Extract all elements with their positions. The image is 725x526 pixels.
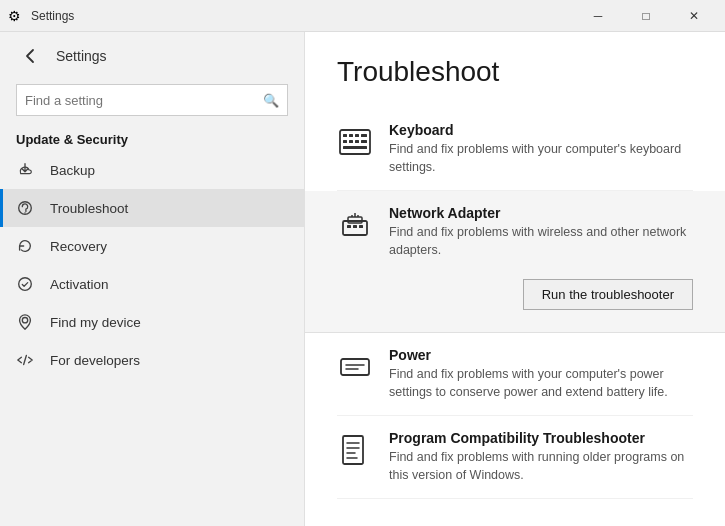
sidebar-item-recovery[interactable]: Recovery xyxy=(0,227,304,265)
keyboard-content: Keyboard Find and fix problems with your… xyxy=(389,122,693,176)
network-adapter-item: Network Adapter Find and fix problems wi… xyxy=(337,205,693,259)
backup-icon xyxy=(16,161,36,179)
title-bar-title: Settings xyxy=(31,9,74,23)
power-icon xyxy=(337,349,373,385)
sidebar-item-troubleshoot-label: Troubleshoot xyxy=(50,201,128,216)
recovery-icon xyxy=(16,237,36,255)
svg-rect-8 xyxy=(361,134,367,137)
title-bar: ⚙ Settings ─ □ ✕ xyxy=(0,0,725,32)
svg-rect-13 xyxy=(343,146,367,149)
keyboard-item: Keyboard Find and fix problems with your… xyxy=(337,108,693,191)
app-container: Settings 🔍 Update & Security Backup xyxy=(0,32,725,526)
svg-rect-7 xyxy=(355,134,359,137)
svg-rect-15 xyxy=(348,217,362,223)
svg-point-3 xyxy=(22,318,27,323)
sidebar-app-title: Settings xyxy=(56,48,107,64)
search-box[interactable]: 🔍 xyxy=(16,84,288,116)
svg-rect-12 xyxy=(361,140,367,143)
run-troubleshooter-button[interactable]: Run the troubleshooter xyxy=(523,279,693,310)
program-content: Program Compatibility Troubleshooter Fin… xyxy=(389,430,693,484)
svg-point-2 xyxy=(19,278,32,291)
sidebar-item-find-label: Find my device xyxy=(50,315,141,330)
activation-icon xyxy=(16,275,36,293)
title-bar-controls: ─ □ ✕ xyxy=(575,0,717,32)
keyboard-title: Keyboard xyxy=(389,122,693,138)
power-item: Power Find and fix problems with your co… xyxy=(337,333,693,416)
search-icon: 🔍 xyxy=(263,93,279,108)
svg-rect-22 xyxy=(341,359,369,375)
svg-rect-21 xyxy=(359,225,363,228)
page-title: Troubleshoot xyxy=(337,56,693,88)
sidebar-item-activation[interactable]: Activation xyxy=(0,265,304,303)
svg-rect-5 xyxy=(343,134,347,137)
network-content: Network Adapter Find and fix problems wi… xyxy=(389,205,693,259)
power-desc: Find and fix problems with your computer… xyxy=(389,366,693,401)
sidebar-item-activation-label: Activation xyxy=(50,277,109,292)
svg-point-1 xyxy=(24,212,25,213)
network-adapter-block: Network Adapter Find and fix problems wi… xyxy=(305,191,725,333)
troubleshoot-icon xyxy=(16,199,36,217)
section-label: Update & Security xyxy=(0,124,304,151)
program-desc: Find and fix problems with running older… xyxy=(389,449,693,484)
sidebar-item-troubleshoot[interactable]: Troubleshoot xyxy=(0,189,304,227)
sidebar-item-recovery-label: Recovery xyxy=(50,239,107,254)
sidebar-item-developers-label: For developers xyxy=(50,353,140,368)
maximize-button[interactable]: □ xyxy=(623,0,669,32)
content-area: Troubleshoot Keyboard Fi xyxy=(305,32,725,526)
sidebar-header: Settings xyxy=(0,32,304,80)
svg-rect-23 xyxy=(343,436,363,464)
keyboard-desc: Find and fix problems with your computer… xyxy=(389,141,693,176)
svg-rect-6 xyxy=(349,134,353,137)
sidebar-item-for-developers[interactable]: For developers xyxy=(0,341,304,379)
back-button[interactable] xyxy=(16,42,44,70)
svg-rect-9 xyxy=(343,140,347,143)
close-button[interactable]: ✕ xyxy=(671,0,717,32)
power-content: Power Find and fix problems with your co… xyxy=(389,347,693,401)
title-bar-left: ⚙ Settings xyxy=(8,8,74,24)
sidebar-item-backup-label: Backup xyxy=(50,163,95,178)
svg-rect-10 xyxy=(349,140,353,143)
svg-rect-19 xyxy=(347,225,351,228)
developers-icon xyxy=(16,351,36,369)
search-input[interactable] xyxy=(25,93,263,108)
program-compat-item: Program Compatibility Troubleshooter Fin… xyxy=(337,416,693,499)
sidebar-item-backup[interactable]: Backup xyxy=(0,151,304,189)
find-icon xyxy=(16,313,36,331)
network-title: Network Adapter xyxy=(389,205,693,221)
network-icon xyxy=(337,207,373,243)
svg-rect-11 xyxy=(355,140,359,143)
sidebar: Settings 🔍 Update & Security Backup xyxy=(0,32,305,526)
program-icon xyxy=(337,432,373,468)
sidebar-item-find-my-device[interactable]: Find my device xyxy=(0,303,304,341)
network-desc: Find and fix problems with wireless and … xyxy=(389,224,693,259)
power-title: Power xyxy=(389,347,693,363)
keyboard-icon xyxy=(337,124,373,160)
program-title: Program Compatibility Troubleshooter xyxy=(389,430,693,446)
settings-icon: ⚙ xyxy=(8,8,21,24)
svg-rect-20 xyxy=(353,225,357,228)
minimize-button[interactable]: ─ xyxy=(575,0,621,32)
